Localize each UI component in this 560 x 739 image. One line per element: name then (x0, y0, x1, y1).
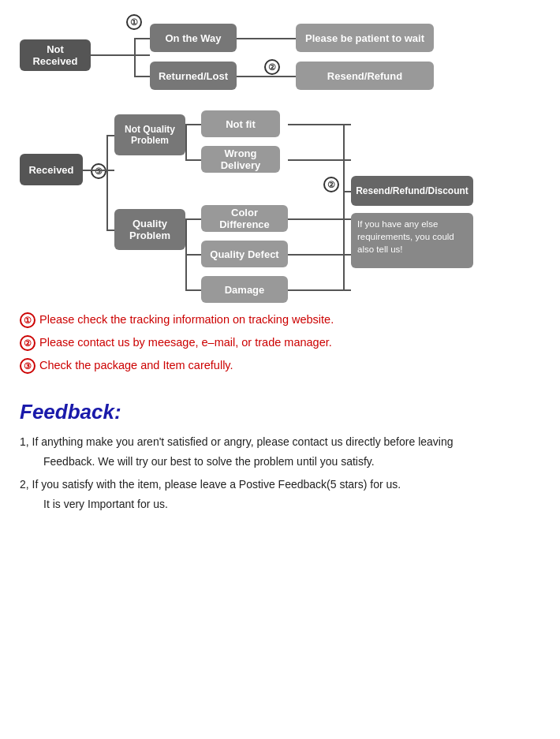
note-num-2: ② (20, 335, 35, 351)
feedback-item-1-indent: Feedback. We will try our best to solve … (20, 453, 540, 470)
note-num-1: ① (20, 312, 35, 328)
circle-2-mid: ② (323, 177, 339, 192)
quality-problem-box: Quality Problem (114, 209, 185, 250)
quality-defect-box: Quality Defect (201, 241, 288, 267)
resend-refund-box: Resend/Refund (296, 62, 434, 90)
feedback-item-1-label: 1, If anything make you aren't satisfied… (20, 435, 454, 448)
feedback-item-1: 1, If anything make you aren't satisfied… (20, 434, 540, 470)
please-wait-box: Please be patient to wait (296, 24, 434, 52)
feedback-item-2: 2, If you satisfy with the item, please … (20, 476, 540, 513)
notes-section: ① Please check the tracking information … (12, 308, 548, 384)
circle-2-top: ② (264, 59, 280, 75)
note-item-3: ③ Check the package and Item carefully. (20, 357, 540, 374)
feedback-item-2-indent: It is very Important for us. (20, 496, 540, 513)
note-text-2: Please contact us by meesage, e–mail, or… (39, 334, 332, 350)
not-quality-problem-box: Not Quality Problem (114, 114, 185, 155)
circle-1: ① (126, 14, 142, 30)
note-item-2: ② Please contact us by meesage, e–mail, … (20, 334, 540, 351)
on-the-way-box: On the Way (150, 24, 237, 52)
circle-3: ③ (91, 163, 106, 179)
note-text-1: Please check the tracking information on… (39, 312, 334, 327)
note-num-3: ③ (20, 358, 35, 374)
color-difference-box: Color Difference (201, 205, 288, 232)
feedback-item-2-label: 2, If you satisfy with the item, please … (20, 478, 401, 491)
received-box: Received (20, 154, 83, 185)
feedback-title: Feedback: (20, 400, 540, 424)
note-text-3: Check the package and Item carefully. (39, 357, 233, 373)
resend-refund-discount-box: Resend/Refund/Discount (351, 176, 473, 206)
info-box: If you have any else requirements, you c… (351, 213, 473, 268)
not-fit-box: Not fit (201, 110, 280, 137)
not-received-box: Not Received (20, 39, 91, 71)
damage-box: Damage (201, 276, 288, 303)
wrong-delivery-box: Wrong Delivery (201, 146, 280, 173)
flowchart: Not Received ① On the Way Returned/Lost … (12, 8, 548, 300)
returned-lost-box: Returned/Lost (150, 62, 237, 90)
feedback-section: Feedback: 1, If anything make you aren't… (12, 392, 548, 527)
note-item-1: ① Please check the tracking information … (20, 312, 540, 328)
